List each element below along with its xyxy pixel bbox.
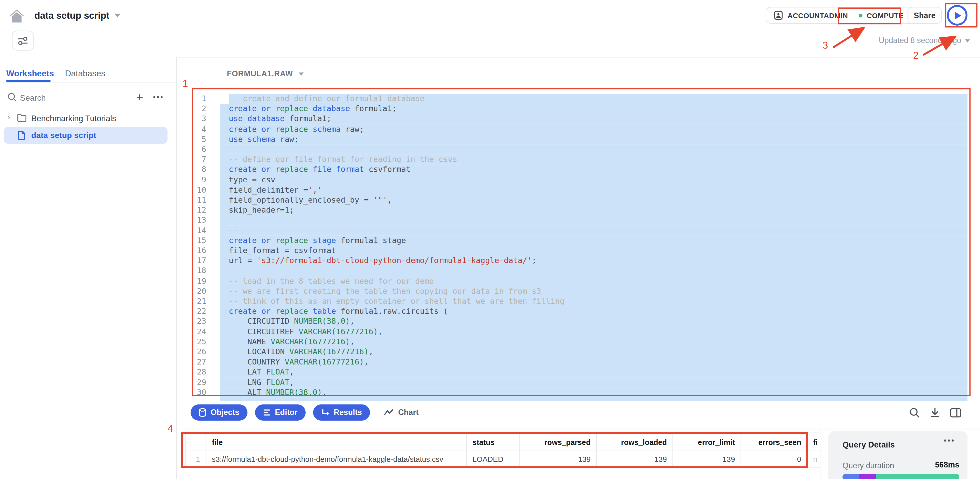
- editor-button[interactable]: Editor: [255, 404, 305, 420]
- column-header[interactable]: rows_loaded: [597, 432, 673, 451]
- sidebar-item-folder[interactable]: › Benchmarking Tutorials: [0, 112, 177, 127]
- sidebar: Worksheets Databases Search + ••• › Benc…: [0, 57, 177, 479]
- table-cell: 139: [673, 451, 741, 468]
- schema-context-label: FORMULA1.RAW: [227, 69, 293, 78]
- schema-context-dropdown[interactable]: FORMULA1.RAW: [227, 69, 304, 78]
- results-toolbar: Objects Editor Results: [178, 403, 980, 429]
- page-title: data setup script: [34, 10, 109, 21]
- code-line: 14--: [178, 225, 980, 236]
- tabs-divider: [0, 82, 177, 83]
- code-line: 3use database formula1;: [178, 114, 980, 124]
- sidebar-search[interactable]: Search + •••: [0, 89, 177, 107]
- line-chart-icon: [384, 409, 394, 416]
- column-header[interactable]: fi: [807, 432, 820, 451]
- code-line: 27 COUNTRY VARCHAR(16777216),: [178, 357, 980, 367]
- code-line: 19-- load in the 8 tables we need for ou…: [178, 276, 980, 286]
- column-header[interactable]: rows_parsed: [520, 432, 597, 451]
- column-header[interactable]: errors_seen: [741, 432, 808, 451]
- table-cell: n: [807, 451, 820, 468]
- objects-button[interactable]: Objects: [191, 404, 247, 420]
- code-line: 30 ALT NUMBER(38,0),: [178, 387, 980, 397]
- worksheet-title-dropdown[interactable]: data setup script: [34, 10, 121, 21]
- run-button[interactable]: [947, 5, 968, 26]
- role-label: ACCOUNTADMIN: [788, 11, 848, 19]
- query-duration-bar: [842, 474, 959, 479]
- query-duration-value: 568ms: [935, 461, 959, 469]
- play-icon: [955, 11, 961, 19]
- code-line: 13: [178, 215, 980, 225]
- code-line: 12skip_header=1;: [178, 205, 980, 215]
- role-badge-icon: [774, 11, 783, 20]
- table-cell: s3://formula1-dbt-cloud-python-demo/form…: [206, 451, 467, 468]
- download-icon[interactable]: [930, 407, 940, 418]
- code-line: 8create or replace file format csvformat: [178, 165, 980, 175]
- query-details-menu-button[interactable]: •••: [943, 436, 955, 445]
- code-line: 6: [178, 145, 980, 154]
- code-line: 17url = 's3://formula1-dbt-cloud-python-…: [178, 256, 980, 266]
- home-icon[interactable]: [9, 8, 25, 24]
- code-line: 29 LNG FLOAT,: [178, 377, 980, 387]
- duration-bar-segment: [876, 474, 959, 479]
- folder-icon: [17, 113, 27, 122]
- snowsight-worksheet-app: data setup script ACCOUNTADMIN COMPUTE_W…: [0, 0, 980, 479]
- column-header[interactable]: error_limit: [673, 432, 741, 451]
- new-worksheet-button[interactable]: +: [136, 91, 143, 105]
- folder-label: Benchmarking Tutorials: [31, 114, 116, 123]
- table-cell: 1: [185, 451, 206, 468]
- table-cell: LOADED: [467, 451, 520, 468]
- code-line: 15create or replace stage formula1_stage: [178, 236, 980, 245]
- document-icon: [18, 130, 25, 140]
- table-row[interactable]: 1s3://formula1-dbt-cloud-python-demo/for…: [185, 451, 820, 468]
- chevron-down-icon: [115, 13, 121, 17]
- worksheet-settings-button[interactable]: [12, 31, 33, 51]
- split-columns-icon[interactable]: [950, 408, 961, 417]
- tab-databases[interactable]: Databases: [65, 68, 105, 78]
- code-line: [178, 398, 980, 401]
- context-selector[interactable]: ACCOUNTADMIN COMPUTE_WH: [765, 7, 928, 24]
- duration-bar-segment: [842, 474, 859, 479]
- column-header[interactable]: status: [467, 432, 520, 451]
- code-line: 9type = csv: [178, 175, 980, 185]
- search-input[interactable]: Search: [20, 93, 46, 103]
- code-line: 28 LAT FLOAT,: [178, 367, 980, 377]
- selected-worksheet-label: data setup script: [31, 130, 96, 140]
- results-button[interactable]: Results: [313, 404, 370, 420]
- search-results-icon[interactable]: [909, 407, 920, 418]
- results-table-header: filestatusrows_parsedrows_loadederror_li…: [185, 432, 820, 451]
- warehouse-status-dot: [859, 13, 862, 17]
- code-line: 5use schema raw;: [178, 134, 980, 144]
- table-cell: 139: [597, 451, 673, 468]
- results-table: filestatusrows_parsedrows_loadederror_li…: [185, 432, 820, 468]
- code-line: 10field_delimiter =',': [178, 185, 980, 195]
- more-options-button[interactable]: •••: [153, 93, 164, 101]
- code-line: 7-- define our file format for reading i…: [178, 154, 980, 164]
- sidebar-item-selected-worksheet[interactable]: data setup script: [4, 127, 167, 144]
- table-cell: 139: [520, 451, 597, 468]
- toolbar-divider: [178, 429, 980, 429]
- return-arrow-icon: [321, 409, 329, 417]
- results-table-body: 1s3://formula1-dbt-cloud-python-demo/for…: [185, 451, 820, 468]
- code-line: 21-- think of this as an empty container…: [178, 296, 980, 306]
- code-line: 26 LOCATION VARCHAR(16777216),: [178, 347, 980, 357]
- duration-bar-segment: [859, 474, 876, 479]
- updated-status-dropdown[interactable]: Updated 8 seconds ago: [879, 37, 970, 45]
- code-line: 1-- create and define our formula1 datab…: [178, 94, 980, 104]
- code-line: 20-- we are first creating the table the…: [178, 286, 980, 296]
- query-details-panel: Query Details ••• Query duration 568ms: [828, 431, 967, 479]
- tab-worksheets[interactable]: Worksheets: [6, 68, 54, 78]
- code-line: 25 NAME VARCHAR(16777216),: [178, 337, 980, 347]
- column-header[interactable]: [185, 432, 206, 451]
- column-header[interactable]: file: [206, 432, 467, 451]
- chart-tab[interactable]: Chart: [384, 408, 418, 417]
- search-icon: [8, 92, 17, 102]
- table-cell: 0: [741, 451, 808, 468]
- query-duration-label: Query duration: [842, 461, 894, 470]
- share-button[interactable]: Share: [907, 7, 942, 24]
- results-panel-divider: [821, 429, 821, 479]
- chevron-down-icon: [299, 72, 304, 75]
- chevron-down-icon: [965, 39, 970, 42]
- updated-status-text: Updated 8 seconds ago: [879, 37, 961, 45]
- sliders-icon: [18, 36, 28, 45]
- code-line: 22create or replace table formula1.raw.c…: [178, 306, 980, 316]
- sql-editor[interactable]: 1-- create and define our formula1 datab…: [178, 84, 980, 401]
